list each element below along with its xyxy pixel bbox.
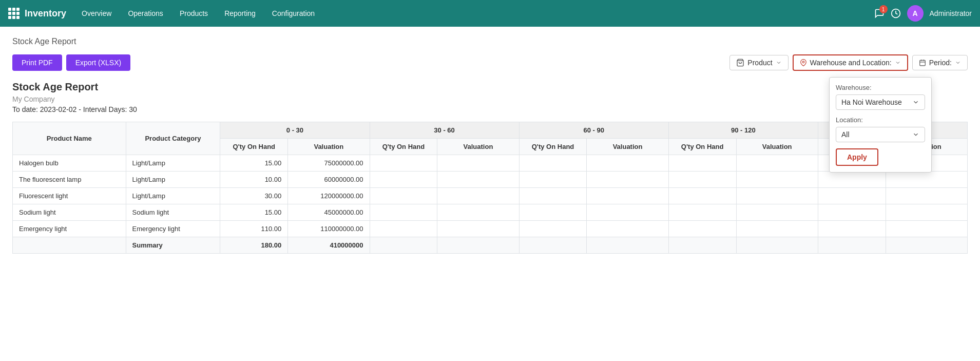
summary-row: Summary 180.00 410000000 — [13, 237, 968, 254]
location-select-control[interactable]: All — [836, 127, 925, 142]
summary-val-0-30: 410000000 — [288, 237, 370, 254]
warehouse-filter-button[interactable]: Warehouse and Location: — [793, 54, 908, 71]
nav-overview[interactable]: Overview — [74, 6, 119, 21]
summary-qty-0-30: 180.00 — [220, 237, 288, 254]
col-group-30-60: 30 - 60 — [370, 122, 519, 139]
navbar: Inventory Overview Operations Products R… — [0, 0, 980, 27]
notification-badge: 1 — [879, 5, 888, 13]
cell-qty-120p — [818, 188, 886, 204]
nav-operations[interactable]: Operations — [121, 6, 170, 21]
svg-rect-3 — [919, 60, 925, 66]
cell-qty-30-60 — [370, 188, 437, 204]
warehouse-filter-label: Warehouse and Location: — [810, 59, 892, 67]
calendar-icon — [919, 59, 926, 66]
app-brand[interactable]: Inventory — [8, 8, 66, 19]
cell-val-0-30: 45000000.00 — [288, 204, 370, 221]
report-company: My Company — [12, 95, 968, 103]
cell-qty-30-60 — [370, 172, 437, 188]
cell-val-120p — [886, 172, 967, 188]
summary-qty-30-60 — [370, 237, 437, 254]
period-filter-label: Period: — [929, 59, 952, 67]
col-sub-val-60-90: Valuation — [587, 139, 668, 155]
cell-product-name: Fluorescent light — [13, 188, 126, 204]
cell-category: Emergency light — [126, 221, 220, 237]
avatar[interactable]: A — [907, 5, 924, 22]
print-pdf-button[interactable]: Print PDF — [12, 54, 62, 71]
cell-val-60-90 — [587, 204, 668, 221]
warehouse-dropdown-popup: Warehouse: Ha Noi Warehouse Location: Al… — [829, 77, 932, 173]
cell-val-30-60 — [437, 221, 519, 237]
cell-val-0-30: 75000000.00 — [288, 155, 370, 172]
app-grid-icon — [8, 8, 20, 19]
cell-qty-0-30: 15.00 — [220, 204, 288, 221]
location-selected-value: All — [841, 130, 850, 139]
chevron-down-icon-warehouse — [895, 60, 901, 66]
cell-qty-60-90 — [519, 221, 587, 237]
cell-qty-120p — [818, 221, 886, 237]
breadcrumb: Stock Age Report — [12, 37, 968, 46]
product-filter-button[interactable]: Product — [729, 55, 788, 70]
cart-icon — [736, 59, 744, 67]
cell-qty-30-60 — [370, 221, 437, 237]
table-row: Halogen bulb Light/Lamp 15.00 75000000.0… — [13, 155, 968, 172]
cell-val-120p — [886, 221, 967, 237]
cell-qty-90-120 — [668, 188, 736, 204]
cell-category: Sodium light — [126, 204, 220, 221]
cell-val-0-30: 110000000.00 — [288, 221, 370, 237]
export-xlsx-button[interactable]: Export (XLSX) — [66, 54, 130, 71]
col-sub-qty-30-60: Q'ty On Hand — [370, 139, 437, 155]
apply-button[interactable]: Apply — [836, 148, 878, 166]
cell-product-name: Sodium light — [13, 204, 126, 221]
clock-button[interactable] — [891, 8, 901, 18]
cell-qty-120p — [818, 204, 886, 221]
chevron-down-icon-loc — [912, 131, 919, 138]
cell-qty-90-120 — [668, 172, 736, 188]
cell-val-60-90 — [587, 155, 668, 172]
cell-qty-90-120 — [668, 155, 736, 172]
nav-products[interactable]: Products — [172, 6, 215, 21]
nav-links: Overview Operations Products Reporting C… — [74, 6, 874, 21]
col-sub-val-0-30: Valuation — [288, 139, 370, 155]
chevron-down-icon-period — [955, 60, 961, 66]
notification-button[interactable]: 1 — [874, 8, 885, 18]
report-date: To date: 2023-02-02 - Interval Days: 30 — [12, 105, 968, 113]
cell-qty-0-30: 15.00 — [220, 155, 288, 172]
cell-val-60-90 — [587, 188, 668, 204]
cell-qty-90-120 — [668, 221, 736, 237]
col-header-name: Product Name — [13, 122, 126, 155]
product-filter-label: Product — [747, 59, 772, 67]
location-pin-icon — [800, 59, 807, 66]
nav-right: 1 A Administrator — [874, 5, 972, 22]
cell-qty-60-90 — [519, 188, 587, 204]
nav-configuration[interactable]: Configuration — [265, 6, 322, 21]
cell-qty-30-60 — [370, 204, 437, 221]
cell-category: Light/Lamp — [126, 172, 220, 188]
cell-product-name: Halogen bulb — [13, 155, 126, 172]
summary-qty-60-90 — [519, 237, 587, 254]
cell-val-60-90 — [587, 172, 668, 188]
cell-category: Light/Lamp — [126, 188, 220, 204]
warehouse-select-control[interactable]: Ha Noi Warehouse — [836, 94, 925, 110]
cell-val-90-120 — [736, 172, 818, 188]
period-filter-button[interactable]: Period: — [912, 55, 968, 70]
cell-product-name: The fluorescent lamp — [13, 172, 126, 188]
cell-qty-90-120 — [668, 204, 736, 221]
table-row: Sodium light Sodium light 15.00 45000000… — [13, 204, 968, 221]
admin-name[interactable]: Administrator — [930, 9, 972, 17]
cell-val-30-60 — [437, 172, 519, 188]
cell-qty-0-30: 10.00 — [220, 172, 288, 188]
col-sub-qty-90-120: Q'ty On Hand — [668, 139, 736, 155]
col-group-90-120: 90 - 120 — [668, 122, 818, 139]
location-section-label: Location: — [836, 116, 925, 124]
nav-reporting[interactable]: Reporting — [217, 6, 263, 21]
summary-label: Summary — [126, 237, 220, 254]
app-title: Inventory — [25, 8, 66, 19]
cell-val-90-120 — [736, 155, 818, 172]
stock-age-table: Product Name Product Category 0 - 30 30 … — [12, 122, 968, 254]
cell-qty-60-90 — [519, 172, 587, 188]
summary-val-90-120 — [736, 237, 818, 254]
cell-val-0-30: 120000000.00 — [288, 188, 370, 204]
summary-val-30-60 — [437, 237, 519, 254]
cell-val-120p — [886, 204, 967, 221]
cell-val-120p — [886, 188, 967, 204]
